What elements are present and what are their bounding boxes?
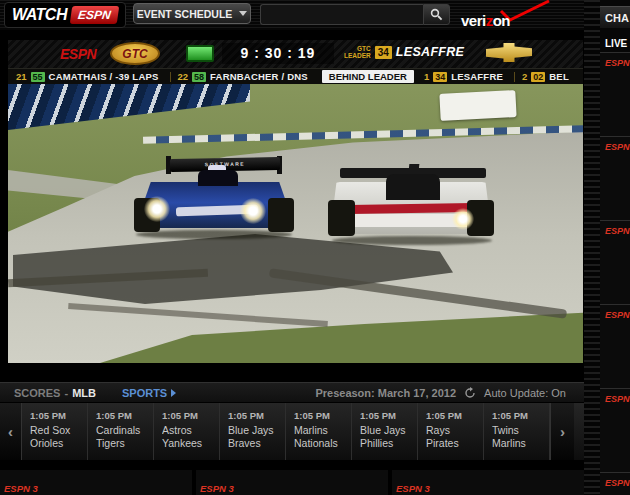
sidebar-channel-row[interactable]: ESPN 3	[600, 388, 630, 472]
watch-wordmark: WATCH	[12, 6, 67, 24]
leader-name: LESAFFRE	[396, 45, 464, 59]
chevron-right-icon	[171, 389, 176, 397]
home-team: Yankees	[162, 437, 219, 450]
espn-logo: ESPN	[70, 6, 119, 24]
home-team: Pirates	[426, 437, 483, 450]
event-schedule-button[interactable]: EVENT SCHEDULE	[133, 3, 251, 24]
ticker-position: 21	[16, 71, 27, 82]
ticker-car-number: 02	[531, 72, 545, 82]
ticker-position: 2	[522, 71, 527, 82]
carousel-prev-button[interactable]: ‹	[0, 403, 22, 460]
refresh-icon[interactable]	[464, 387, 476, 399]
game-card[interactable]: 1:05 PM Astros Yankees	[154, 403, 220, 460]
espn3-logo: ESPN 3	[4, 483, 38, 494]
track-sign	[439, 90, 516, 121]
game-card[interactable]: 1:05 PM Rays Pirates	[418, 403, 484, 460]
game-time: 1:05 PM	[228, 410, 285, 421]
watchespn-logo[interactable]: WATCH ESPN	[4, 2, 126, 28]
away-team: Blue Jays	[360, 424, 417, 437]
scores-bar: SCORES - MLB SPORTS Preseason: March 17,…	[0, 382, 584, 402]
race-video-frame: SOFTWARE	[8, 84, 583, 363]
game-time: 1:05 PM	[96, 410, 153, 421]
home-team: Phillies	[360, 437, 417, 450]
verizon-text-post: on	[493, 12, 510, 29]
home-team: Marlins	[492, 437, 549, 450]
preseason-date: Preseason: March 17, 2012	[315, 387, 456, 399]
home-team: Orioles	[30, 437, 87, 450]
home-team: Braves	[228, 437, 285, 450]
espn3-logo: ESPN 3	[605, 142, 630, 152]
sidebar-channel-row[interactable]: ESPN 3	[600, 472, 630, 495]
sidebar-channel-row[interactable]: ESPN 3	[600, 304, 630, 388]
behind-leader-label: BEHIND LEADER	[322, 70, 414, 83]
watchespn-app: WATCH ESPN EVENT SCHEDULE verizon	[0, 0, 630, 495]
video-thumbnail[interactable]: ESPN 3	[392, 470, 584, 495]
game-time: 1:05 PM	[294, 410, 351, 421]
ticker-driver: CAMATHAIS / -39 LAPS	[49, 71, 159, 82]
game-card[interactable]: 1:05 PM Cardinals Tigers	[88, 403, 154, 460]
ticker-car-number: 58	[192, 72, 206, 82]
verizon-text-pre: veri	[461, 12, 486, 29]
track-barrier	[8, 84, 250, 130]
green-flag-indicator	[186, 45, 214, 62]
away-team: Red Sox	[30, 424, 87, 437]
away-team: Astros	[162, 424, 219, 437]
ticker-driver: BEL	[549, 71, 569, 82]
chevron-down-icon	[239, 11, 247, 16]
standings-ticker: 21 55 CAMATHAIS / -39 LAPS 22 58 FARNBAC…	[8, 68, 583, 84]
live-label: LIVE	[600, 36, 630, 51]
league-label[interactable]: MLB	[72, 387, 96, 399]
game-time: 1:05 PM	[492, 410, 549, 421]
away-team: Cardinals	[96, 424, 153, 437]
away-team: Blue Jays	[228, 424, 285, 437]
game-card[interactable]: 1:05 PM Marlins Nationals	[286, 403, 352, 460]
search-icon	[430, 8, 443, 21]
scores-carousel: ‹ 1:05 PM Red Sox Orioles 1:05 PM Cardin…	[0, 402, 584, 460]
home-team: Nationals	[294, 437, 351, 450]
espn3-logo: ESPN 3	[605, 58, 630, 68]
search-bar	[260, 4, 450, 25]
scores-label: SCORES	[14, 387, 60, 399]
carousel-next-button[interactable]: ›	[550, 403, 574, 460]
channels-header[interactable]: CHA	[600, 6, 630, 28]
scores-dash: -	[64, 387, 68, 399]
event-schedule-label: EVENT SCHEDULE	[137, 8, 233, 20]
game-card[interactable]: 1:05 PM Blue Jays Braves	[220, 403, 286, 460]
class-badge: GTC	[110, 42, 160, 65]
home-team: Tigers	[96, 437, 153, 450]
verizon-text-z: z	[486, 12, 493, 29]
ticker-position: 1	[424, 71, 429, 82]
ticker-position: 22	[178, 71, 189, 82]
video-thumbnail[interactable]: ESPN 3	[0, 470, 192, 495]
espn3-logo: ESPN 3	[605, 310, 630, 320]
sports-menu[interactable]: SPORTS	[122, 387, 176, 399]
game-time: 1:05 PM	[426, 410, 483, 421]
game-card[interactable]: 1:05 PM Red Sox Orioles	[22, 403, 88, 460]
sidebar-channel-row[interactable]: ESPN 3	[600, 52, 630, 136]
race-clock: 9 : 30 : 19	[222, 43, 334, 64]
game-card[interactable]: 1:05 PM Twins Marlins	[484, 403, 550, 460]
video-player[interactable]: SOFTWARE	[8, 30, 583, 365]
ticker-divider	[514, 72, 515, 82]
dotted-divider	[584, 0, 600, 495]
espn-bug: ESPN	[60, 46, 96, 62]
search-button[interactable]	[423, 4, 450, 25]
sidebar-channel-row[interactable]: ESPN 3	[600, 136, 630, 220]
leader-class: GTC	[344, 45, 371, 52]
auto-update-status[interactable]: Auto Update: On	[484, 387, 566, 399]
ticker-car-number: 55	[31, 72, 45, 82]
top-bar: WATCH ESPN EVENT SCHEDULE verizon	[0, 0, 584, 30]
ticker-car-number: 34	[433, 72, 447, 82]
away-team: Rays	[426, 424, 483, 437]
away-team: Marlins	[294, 424, 351, 437]
espn3-logo: ESPN 3	[605, 394, 630, 404]
sidebar-channel-row[interactable]: ESPN 3	[600, 220, 630, 304]
game-card[interactable]: 1:05 PM Blue Jays Phillies	[352, 403, 418, 460]
search-input[interactable]	[260, 4, 423, 25]
espn3-logo: ESPN 3	[200, 483, 234, 494]
video-thumbnail[interactable]: ESPN 3	[196, 470, 388, 495]
leader-info: GTC LEADER 34 LESAFFRE	[344, 45, 464, 59]
game-time: 1:05 PM	[30, 410, 87, 421]
game-time: 1:05 PM	[360, 410, 417, 421]
ticker-divider	[170, 72, 171, 82]
